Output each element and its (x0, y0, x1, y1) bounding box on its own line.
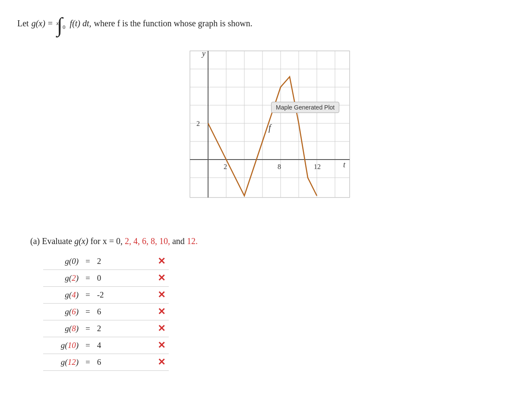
part-a-for: for x = (90, 236, 114, 246)
answer-value[interactable]: -2 (94, 287, 154, 304)
part-a-v12: 12. (187, 236, 198, 246)
integral-expression: x ∫ 0 f(t) dt, (55, 13, 91, 34)
answer-eq: = (82, 337, 94, 354)
part-a-v2: 2, (125, 236, 133, 246)
answer-eq: = (82, 287, 94, 304)
answer-value[interactable]: 0 (94, 270, 154, 287)
y-axis-label: y (201, 49, 205, 58)
part-a-v10: 10, (159, 236, 170, 246)
answer-label: g(0) (43, 253, 82, 270)
tick-t8: 8 (278, 163, 281, 170)
table-row: g(2)=0✕ (43, 270, 169, 287)
let-text: Let (17, 19, 29, 28)
part-a-v8: 8, (151, 236, 159, 246)
answer-eq: = (82, 320, 94, 337)
wrong-icon: ✕ (154, 337, 169, 354)
integral-symbol: ∫ (57, 15, 63, 35)
answer-value[interactable]: 2 (94, 253, 154, 270)
x-mark: ✕ (158, 273, 165, 283)
answer-label: g(12) (43, 354, 82, 371)
part-a-v6: 6, (142, 236, 151, 246)
answer-value[interactable]: 6 (94, 354, 154, 371)
answer-label: g(6) (43, 304, 82, 320)
maple-tooltip-text: Maple Generated Plot (276, 104, 335, 111)
part-a-title: (a) Evaluate g(x) for x = 0, 2, 4, 6, 8,… (30, 236, 501, 246)
x-mark: ✕ (158, 289, 165, 300)
integrand: f(t) dt, (70, 19, 92, 28)
answer-value[interactable]: 4 (94, 337, 154, 354)
equals-sign: = (48, 19, 53, 28)
tick-y2: 2 (196, 120, 200, 127)
wrong-icon: ✕ (154, 320, 169, 337)
answer-eq: = (82, 354, 94, 371)
table-row: g(8)=2✕ (43, 320, 169, 337)
x-mark: ✕ (158, 306, 165, 317)
maple-tooltip: Maple Generated Plot (271, 102, 339, 113)
table-row: g(6)=6✕ (43, 304, 169, 320)
table-row: g(4)=-2✕ (43, 287, 169, 304)
gx-label: g(x) (32, 19, 45, 28)
answer-eq: = (82, 270, 94, 287)
answer-eq: = (82, 304, 94, 320)
wrong-icon: ✕ (154, 354, 169, 371)
part-a-prefix: (a) Evaluate (30, 236, 72, 246)
table-row: g(0)=2✕ (43, 253, 169, 270)
x-mark: ✕ (158, 357, 165, 367)
part-a-section: (a) Evaluate g(x) for x = 0, 2, 4, 6, 8,… (30, 236, 501, 371)
description: where f is the function whose graph is s… (94, 19, 253, 28)
x-mark: ✕ (158, 323, 165, 334)
answer-label: g(8) (43, 320, 82, 337)
part-a-v0: 0, (116, 236, 125, 246)
wrong-icon: ✕ (154, 270, 169, 287)
x-mark: ✕ (158, 256, 165, 266)
x-mark: ✕ (158, 340, 165, 351)
part-a-gx: g(x) (74, 236, 90, 246)
table-row: g(12)=6✕ (43, 354, 169, 371)
tick-t12: 12 (314, 163, 321, 170)
tick-t2: 2 (224, 163, 227, 170)
answer-label: g(4) (43, 287, 82, 304)
intro-line: Let g(x) = x ∫ 0 f(t) dt, where f is the… (17, 13, 501, 34)
wrong-icon: ✕ (154, 253, 169, 270)
integral-lower: 0 (63, 24, 66, 31)
part-a-v4: 4, (133, 236, 142, 246)
graph-svg: y t f 2 8 12 2 (164, 47, 354, 219)
graph-container: y t f 2 8 12 2 Maple Generated Plot (17, 47, 501, 219)
answers-table: g(0)=2✕g(2)=0✕g(4)=-2✕g(6)=6✕g(8)=2✕g(10… (43, 253, 169, 371)
table-row: g(10)=4✕ (43, 337, 169, 354)
graph-wrapper: y t f 2 8 12 2 Maple Generated Plot (164, 47, 354, 219)
answer-eq: = (82, 253, 94, 270)
answer-value[interactable]: 6 (94, 304, 154, 320)
answer-value[interactable]: 2 (94, 320, 154, 337)
answer-label: g(10) (43, 337, 82, 354)
wrong-icon: ✕ (154, 304, 169, 320)
answer-label: g(2) (43, 270, 82, 287)
part-a-and: and (172, 236, 187, 246)
wrong-icon: ✕ (154, 287, 169, 304)
